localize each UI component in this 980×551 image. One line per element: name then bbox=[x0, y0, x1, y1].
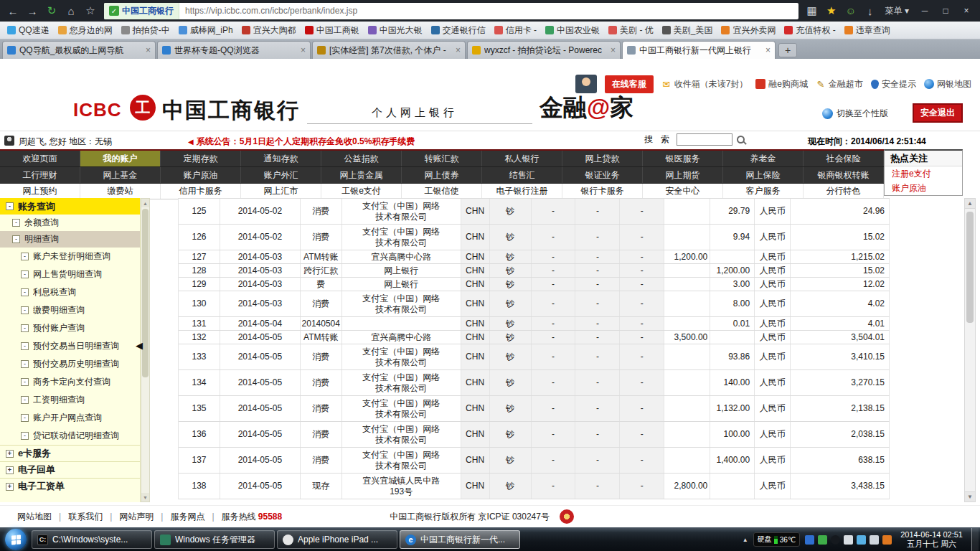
sidebar-item[interactable]: -账户未登折明细查询 bbox=[0, 248, 140, 265]
nav-item[interactable]: 账户原油 bbox=[161, 167, 241, 183]
bookmark-item[interactable]: 交通银行信 bbox=[427, 23, 490, 37]
sidebar-item[interactable]: -明细查询 bbox=[0, 231, 140, 248]
nav-item[interactable]: 私人银行 bbox=[482, 151, 562, 166]
sidebar-item[interactable]: -贷记联动借记明细查询 bbox=[0, 427, 140, 445]
transaction-row[interactable]: 1252014-05-02消费支付宝（中国）网络技术有限公司CHN钞---29.… bbox=[179, 199, 890, 225]
browser-tab[interactable]: wyxzcf - 拍拍贷论坛 - Powerec× bbox=[467, 41, 621, 59]
footer-link[interactable]: 服务网点 bbox=[163, 511, 212, 523]
tab-close-icon[interactable]: × bbox=[765, 45, 771, 55]
nav-item[interactable]: 银证业务 bbox=[562, 167, 643, 183]
home-button[interactable]: ⌂ bbox=[62, 2, 80, 19]
sidebar-item[interactable]: -账务查询 bbox=[0, 198, 140, 215]
url-text[interactable]: https://vip.icbc.com.cn/icbc/perbank/ind… bbox=[179, 6, 363, 16]
bookmark-item[interactable]: 美剧_美国 bbox=[658, 23, 717, 37]
search-icon[interactable] bbox=[737, 136, 745, 143]
nav-item[interactable]: 网上贷款 bbox=[562, 151, 643, 166]
nav-item[interactable]: 安全中心 bbox=[643, 184, 723, 199]
nav-item[interactable]: 工银e支付 bbox=[321, 184, 402, 199]
hot-link[interactable]: 注册e支付 bbox=[885, 166, 962, 181]
address-bar[interactable]: ✓ 中国工商银行 https://vip.icbc.com.cn/icbc/pe… bbox=[104, 3, 798, 19]
footer-link[interactable]: 联系我们 bbox=[61, 511, 110, 523]
nav-item[interactable]: 我的账户 bbox=[80, 151, 161, 166]
refresh-button[interactable]: ↻ bbox=[43, 2, 60, 19]
bookmark-item[interactable]: 中国工商银 bbox=[301, 23, 364, 37]
taskbar-button[interactable]: e中国工商银行新一代... bbox=[400, 530, 520, 549]
security-icon[interactable] bbox=[818, 535, 827, 545]
bookmark-item[interactable]: 宜兴外卖网 bbox=[717, 23, 780, 37]
tab-close-icon[interactable]: × bbox=[301, 45, 306, 55]
switch-version-link[interactable]: 切换至个性版 bbox=[822, 108, 888, 120]
bookmark-item[interactable]: 信用卡 - bbox=[490, 23, 541, 37]
taskbar-button[interactable]: C:C:\Windows\syste... bbox=[32, 530, 152, 549]
nav-item[interactable]: 社会保险 bbox=[804, 151, 884, 166]
transaction-row[interactable]: 1272014-05-03ATM转账宜兴高腾中心路CHN钞---1,200.00… bbox=[179, 250, 890, 264]
nav-item[interactable]: 客户服务 bbox=[723, 184, 804, 199]
forward-button[interactable]: → bbox=[24, 2, 41, 19]
downloads-icon[interactable]: ↓ bbox=[862, 2, 879, 19]
browser-tab[interactable]: 世界杯专题-QQ浏览器× bbox=[157, 41, 311, 59]
nav-item[interactable]: 网上期货 bbox=[643, 167, 723, 183]
nav-item[interactable]: 网上债券 bbox=[402, 167, 482, 183]
transaction-row[interactable]: 1262014-05-02消费支付宝（中国）网络技术有限公司CHN钞---9.9… bbox=[179, 225, 890, 250]
quicklink-cart[interactable]: 融e购商城 bbox=[755, 78, 808, 90]
bookmark-item[interactable]: QQ速递 bbox=[3, 23, 54, 37]
bookmark-item[interactable]: 违章查询 bbox=[840, 23, 895, 37]
browser-menu-button[interactable]: 菜单 ▾ bbox=[885, 5, 909, 17]
sidebar-item[interactable]: +电子工资单 bbox=[0, 478, 140, 494]
search-input[interactable] bbox=[677, 133, 732, 146]
qq-icon[interactable] bbox=[831, 535, 840, 545]
scrollbar-thumb[interactable] bbox=[142, 209, 149, 377]
taskbar-button[interactable]: Apple iPhone iPad ... bbox=[277, 530, 397, 549]
sidebar-item[interactable]: -余额查询 bbox=[0, 215, 140, 231]
nav-item[interactable]: 分行特色 bbox=[804, 184, 884, 199]
transaction-row[interactable]: 1292014-05-03费网上银行CHN钞---3.00人民币12.02 bbox=[179, 278, 890, 291]
transaction-row[interactable]: 1312014-05-0420140504CHN钞---0.01人民币4.01 bbox=[179, 317, 890, 331]
nav-item[interactable]: 网上预约 bbox=[0, 184, 80, 199]
nav-item[interactable]: 转账汇款 bbox=[402, 151, 482, 166]
browser-tab[interactable]: [实体经营] 第7次借款, 个体户 -× bbox=[312, 41, 466, 59]
nav-item[interactable]: 通知存款 bbox=[241, 151, 321, 166]
sidebar-item[interactable]: -账户开户网点查询 bbox=[0, 409, 140, 427]
sidebar-item[interactable]: -预付交易当日明细查询 bbox=[0, 337, 140, 355]
content-scrollbar[interactable]: ▲ ▼ bbox=[964, 198, 976, 502]
sidebar-item[interactable]: -缴费明细查询 bbox=[0, 301, 140, 319]
nav-item[interactable]: 电子银行注册 bbox=[482, 184, 562, 199]
nav-item[interactable]: 网上保险 bbox=[723, 167, 804, 183]
sidebar-item[interactable]: -工资明细查询 bbox=[0, 391, 140, 409]
browser-tab[interactable]: QQ导航_最权威的上网导航× bbox=[2, 41, 156, 59]
transaction-row[interactable]: 1362014-05-05消费支付宝（中国）网络技术有限公司CHN钞---100… bbox=[179, 422, 890, 448]
quicklink-mail[interactable]: ✉收件箱（未读7封） bbox=[661, 78, 748, 90]
bookmark-item[interactable]: 美剧 - 优 bbox=[604, 23, 658, 37]
favorite-star-icon[interactable]: ☆ bbox=[82, 2, 99, 19]
tab-close-icon[interactable]: × bbox=[146, 45, 151, 55]
new-tab-button[interactable]: + bbox=[778, 43, 797, 57]
nav-item[interactable]: 工行理财 bbox=[0, 167, 80, 183]
transaction-row[interactable]: 1332014-05-05消费支付宝（中国）网络技术有限公司CHN钞---93.… bbox=[179, 344, 890, 370]
taskbar-button[interactable]: Windows 任务管理器 bbox=[154, 530, 275, 549]
bookmark-item[interactable]: 中国光大银 bbox=[364, 23, 427, 37]
back-button[interactable]: ← bbox=[4, 2, 22, 19]
quicklink-shield[interactable]: 安全提示 bbox=[871, 78, 916, 90]
nav-item[interactable]: 网上贵金属 bbox=[321, 167, 402, 183]
nav-item[interactable]: 网上基金 bbox=[80, 167, 161, 183]
site-verify-badge[interactable]: ✓ 中国工商银行 bbox=[104, 3, 179, 19]
quicklink-pen[interactable]: ✎金融超市 bbox=[816, 78, 863, 90]
bookmark-item[interactable]: 您身边的网 bbox=[54, 23, 117, 37]
ime-icon[interactable] bbox=[805, 535, 814, 545]
feedback-smiley-icon[interactable]: ☺ bbox=[842, 2, 859, 19]
sidebar-item[interactable]: -预付账户查询 bbox=[0, 319, 140, 337]
minimize-button[interactable]: ─ bbox=[915, 3, 934, 19]
transaction-row[interactable]: 1282014-05-03跨行汇款网上银行CHN钞---1,200.00人民币1… bbox=[179, 264, 890, 278]
nav-item[interactable]: 信用卡服务 bbox=[161, 184, 241, 199]
sidebar-collapse-icon[interactable]: ◀ bbox=[136, 340, 143, 351]
scrollbar-thumb[interactable] bbox=[966, 212, 974, 323]
nav-item[interactable]: 养老金 bbox=[723, 151, 804, 166]
transaction-row[interactable]: 1352014-05-05消费支付宝（中国）网络技术有限公司CHN钞---1,1… bbox=[179, 396, 890, 422]
extensions-grid-icon[interactable]: ▦ bbox=[804, 2, 821, 19]
logout-button[interactable]: 安全退出 bbox=[913, 103, 963, 123]
close-button[interactable]: × bbox=[957, 3, 976, 19]
network-icon[interactable] bbox=[870, 535, 879, 545]
sidebar-item[interactable]: -利息税查询 bbox=[0, 283, 140, 301]
maximize-button[interactable]: □ bbox=[936, 3, 955, 19]
volume-icon[interactable] bbox=[882, 535, 892, 545]
